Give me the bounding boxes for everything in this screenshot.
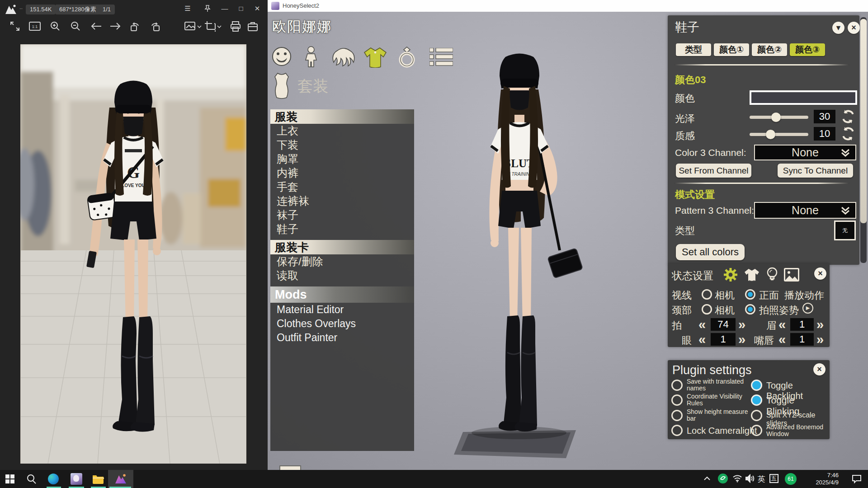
save-translated-checkbox[interactable] xyxy=(671,380,683,391)
eye-value[interactable]: 1 xyxy=(711,333,736,346)
pose-next-icon[interactable]: » xyxy=(738,318,745,331)
save-icon[interactable] xyxy=(247,21,259,33)
color-channel-dropdown[interactable]: None xyxy=(754,145,856,160)
menu-item-panties[interactable]: 内裤 xyxy=(270,166,414,180)
set-all-colors-button[interactable]: Set all colors xyxy=(676,244,745,260)
volume-icon[interactable] xyxy=(745,474,755,483)
brow-prev-icon[interactable]: « xyxy=(778,318,786,331)
outfit-set-icon[interactable] xyxy=(271,72,292,99)
gaze-front-radio[interactable] xyxy=(745,289,755,300)
clock[interactable]: 7:46 2025/4/9 xyxy=(802,472,839,486)
rotate-left-icon[interactable] xyxy=(129,21,141,33)
gaze-camera-radio[interactable] xyxy=(702,289,712,300)
start-button-icon[interactable] xyxy=(5,474,14,483)
show-height-measure-checkbox[interactable] xyxy=(671,410,683,421)
play-icon[interactable]: ▶ xyxy=(802,303,813,314)
menu-item-outfit-painter[interactable]: Outfit Painter xyxy=(270,331,414,345)
play-motion-label[interactable]: 播放动作 xyxy=(784,289,824,302)
zoom-out-icon[interactable] xyxy=(70,21,81,32)
fit-1-1-icon[interactable]: 1:1 xyxy=(29,21,41,32)
tab-color1[interactable]: 颜色① xyxy=(714,43,749,56)
hs2-taskbar-icon[interactable] xyxy=(71,473,82,485)
notification-center-icon[interactable] xyxy=(852,474,862,483)
lips-next-icon[interactable]: » xyxy=(816,333,824,346)
lock-cameralight-checkbox[interactable] xyxy=(671,425,683,436)
menu-item-material-editor[interactable]: Material Editor xyxy=(270,303,414,317)
outfit-icon[interactable] xyxy=(744,268,760,282)
brow-value[interactable]: 1 xyxy=(790,318,814,331)
menu-item-socks[interactable]: 袜子 xyxy=(270,208,414,222)
gloss-slider[interactable] xyxy=(750,116,808,119)
toggle-backlight-checkbox[interactable] xyxy=(751,380,762,391)
maximize-icon[interactable]: □ xyxy=(236,5,246,12)
menu-item-load[interactable]: 读取 xyxy=(270,268,414,282)
search-icon[interactable] xyxy=(26,474,37,484)
fullscreen-icon[interactable] xyxy=(9,21,20,32)
minimize-icon[interactable]: — xyxy=(220,5,230,12)
collapse-icon[interactable]: ▼ xyxy=(832,22,844,34)
texture-slider-handle[interactable] xyxy=(766,130,775,139)
wifi-icon[interactable] xyxy=(732,474,742,483)
menu-item-save-delete[interactable]: 保存/删除 xyxy=(270,254,414,268)
edge-browser-icon[interactable] xyxy=(48,474,59,484)
tray-security-app-icon[interactable] xyxy=(718,474,728,483)
bulb-icon[interactable] xyxy=(766,267,778,282)
tab-color2[interactable]: 颜色② xyxy=(752,43,787,56)
close-icon[interactable]: × xyxy=(813,363,826,375)
category-clothes-icon[interactable] xyxy=(363,47,387,68)
rotate-right-icon[interactable] xyxy=(149,21,161,33)
file-explorer-icon[interactable] xyxy=(92,474,104,484)
menu-item-gloves[interactable]: 手套 xyxy=(270,180,414,194)
texture-reset-icon[interactable] xyxy=(841,127,855,141)
gear-icon[interactable] xyxy=(723,267,738,282)
close-icon[interactable]: × xyxy=(814,267,826,280)
pin-icon[interactable] xyxy=(203,5,212,13)
close-icon[interactable]: × xyxy=(848,22,860,34)
toggle-blinking-checkbox[interactable] xyxy=(751,394,762,406)
pattern-channel-dropdown[interactable]: None xyxy=(754,202,856,219)
character-model[interactable]: SLUT IN TRAINING xyxy=(448,36,592,470)
pose-prev-icon[interactable]: « xyxy=(698,318,706,331)
image-mode-icon[interactable] xyxy=(184,21,202,33)
gloss-value[interactable]: 30 xyxy=(814,110,835,123)
panel-scrollbar-thumb[interactable] xyxy=(860,19,867,223)
zoom-in-icon[interactable] xyxy=(50,21,61,32)
tray-headset-badge[interactable]: 61 xyxy=(785,473,797,485)
pattern-type-box[interactable]: 无 xyxy=(834,221,856,240)
menu-item-pantyhose[interactable]: 连裤袜 xyxy=(270,194,414,208)
next-image-icon[interactable] xyxy=(109,21,121,32)
close-icon[interactable]: ✕ xyxy=(252,5,262,13)
coordinate-visibility-checkbox[interactable] xyxy=(671,394,683,406)
texture-value[interactable]: 10 xyxy=(814,127,835,141)
gloss-slider-handle[interactable] xyxy=(771,113,781,122)
menu-item-top[interactable]: 上衣 xyxy=(270,124,414,138)
menu-item-bottom[interactable]: 下装 xyxy=(270,138,414,152)
advanced-bonemod-checkbox[interactable] xyxy=(751,425,762,436)
lips-value[interactable]: 1 xyxy=(790,333,814,346)
photo-icon[interactable] xyxy=(783,267,800,282)
photo-viewer-taskbar-tile[interactable] xyxy=(108,470,133,488)
lips-prev-icon[interactable]: « xyxy=(778,333,786,346)
brow-next-icon[interactable]: » xyxy=(816,318,824,331)
panel-scrollbar[interactable] xyxy=(860,17,867,263)
eye-prev-icon[interactable]: « xyxy=(698,333,706,346)
tab-type[interactable]: 类型 xyxy=(676,43,711,56)
menu-item-shoes[interactable]: 鞋子 xyxy=(270,222,414,236)
sync-to-channel-button[interactable]: Sync To Channel xyxy=(778,164,853,178)
gloss-reset-icon[interactable] xyxy=(841,109,855,124)
category-face-icon[interactable] xyxy=(271,46,292,67)
ime-language-indicator[interactable]: 英 xyxy=(758,474,765,484)
pose-value[interactable]: 74 xyxy=(711,318,736,331)
menu-icon[interactable]: ☰ xyxy=(183,5,193,13)
previous-image-icon[interactable] xyxy=(90,21,102,32)
photo-airport-woman[interactable]: G LOVE YOU xyxy=(20,44,246,464)
category-accessories-icon[interactable] xyxy=(397,46,417,68)
tray-expand-icon[interactable] xyxy=(703,475,711,482)
split-xyz-checkbox[interactable] xyxy=(751,410,762,421)
eye-next-icon[interactable]: » xyxy=(738,333,745,346)
neck-camera-radio[interactable] xyxy=(702,304,712,314)
neck-pose-radio[interactable] xyxy=(745,304,755,314)
tab-color3[interactable]: 颜色③ xyxy=(790,43,825,56)
set-from-channel-button[interactable]: Set From Channel xyxy=(676,164,751,178)
crop-icon[interactable] xyxy=(204,21,222,33)
